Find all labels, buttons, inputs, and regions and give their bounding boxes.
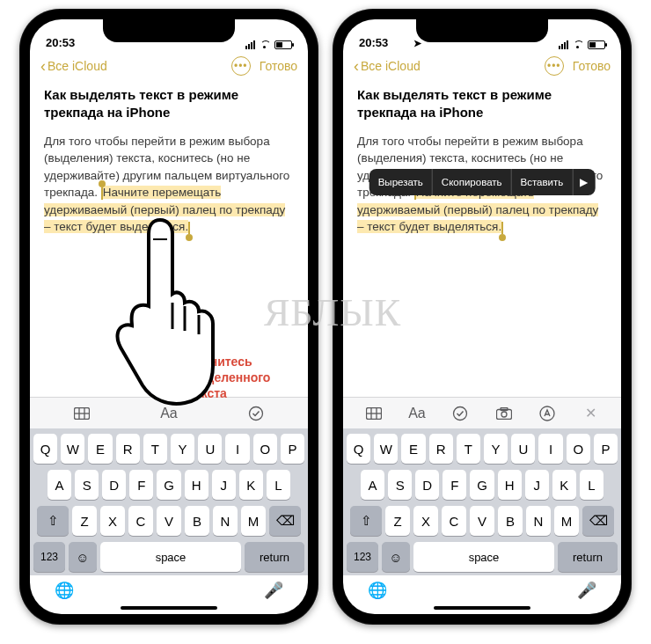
checklist-icon[interactable]	[447, 406, 473, 421]
numbers-key[interactable]: 123	[33, 542, 65, 572]
key-r[interactable]: R	[116, 434, 140, 464]
key-h[interactable]: H	[185, 470, 208, 500]
key-o[interactable]: O	[253, 434, 277, 464]
key-g[interactable]: G	[157, 470, 180, 500]
return-key[interactable]: return	[245, 542, 304, 572]
key-v[interactable]: V	[470, 506, 494, 536]
space-key[interactable]: space	[100, 542, 241, 572]
key-m[interactable]: M	[554, 506, 579, 536]
key-e[interactable]: E	[401, 434, 425, 464]
checklist-icon[interactable]	[243, 406, 269, 421]
wifi-icon	[259, 40, 271, 49]
home-indicator[interactable]	[434, 606, 530, 610]
key-p[interactable]: P	[281, 434, 304, 464]
key-k[interactable]: K	[552, 470, 576, 500]
key-d[interactable]: D	[415, 470, 439, 500]
emoji-key[interactable]: ☺	[382, 542, 410, 572]
key-b[interactable]: B	[498, 506, 523, 536]
markup-icon[interactable]	[534, 406, 560, 421]
wifi-icon	[572, 40, 584, 49]
key-z[interactable]: Z	[72, 506, 97, 536]
close-keyboard-button[interactable]: ✕	[577, 405, 603, 421]
back-button[interactable]: ‹ Все iCloud	[40, 58, 107, 74]
key-w[interactable]: W	[374, 434, 398, 464]
table-icon[interactable]	[361, 407, 387, 420]
chevron-left-icon: ‹	[40, 58, 46, 74]
key-x[interactable]: X	[413, 506, 438, 536]
key-a[interactable]: A	[361, 470, 384, 500]
key-l[interactable]: L	[267, 470, 290, 500]
nav-bar: ‹ Все iCloud ••• Готово	[343, 51, 621, 81]
key-n[interactable]: N	[526, 506, 551, 536]
text-format-button[interactable]: Aa	[404, 406, 430, 421]
space-key[interactable]: space	[413, 542, 554, 572]
key-x[interactable]: X	[100, 506, 125, 536]
key-⌫[interactable]: ⌫	[269, 506, 301, 536]
more-button[interactable]: •••	[231, 56, 251, 76]
key-q[interactable]: Q	[347, 434, 370, 464]
key-t[interactable]: T	[143, 434, 167, 464]
key-d[interactable]: D	[102, 470, 126, 500]
key-y[interactable]: Y	[484, 434, 508, 464]
key-u[interactable]: U	[198, 434, 222, 464]
key-a[interactable]: A	[48, 470, 71, 500]
key-o[interactable]: O	[567, 434, 590, 464]
globe-icon[interactable]: 🌐	[55, 581, 74, 600]
done-button[interactable]: Готово	[260, 59, 297, 73]
paste-button[interactable]: Вставить	[512, 169, 574, 195]
key-⌫[interactable]: ⌫	[582, 506, 614, 536]
cut-button[interactable]: Вырезать	[369, 169, 433, 195]
return-key[interactable]: return	[558, 542, 618, 572]
back-button[interactable]: ‹ Все iCloud	[354, 58, 421, 74]
emoji-key[interactable]: ☺	[69, 542, 97, 572]
key-p[interactable]: P	[594, 434, 618, 464]
key-⇧[interactable]: ⇧	[350, 506, 382, 536]
done-button[interactable]: Готово	[573, 59, 611, 73]
menu-more-button[interactable]: ▶	[573, 169, 595, 195]
key-g[interactable]: G	[470, 470, 494, 500]
notch	[416, 19, 548, 42]
key-m[interactable]: M	[241, 506, 266, 536]
selection-handle-end[interactable]	[501, 222, 503, 234]
key-row-1: QWERTYUIOP	[33, 434, 304, 464]
key-j[interactable]: J	[212, 470, 236, 500]
key-f[interactable]: F	[443, 470, 466, 500]
key-i[interactable]: I	[225, 434, 249, 464]
status-indicators	[559, 40, 605, 49]
note-title: Как выделять текст в режиме трекпада на …	[44, 86, 294, 122]
camera-icon[interactable]	[491, 407, 517, 420]
keyboard: QWERTYUIOP ASDFGHJKL ⇧ZXCVBNM⌫ 123 ☺ spa…	[30, 428, 308, 575]
key-⇧[interactable]: ⇧	[37, 506, 69, 536]
key-w[interactable]: W	[61, 434, 84, 464]
key-u[interactable]: U	[511, 434, 535, 464]
key-q[interactable]: Q	[33, 434, 57, 464]
home-indicator[interactable]	[121, 606, 217, 610]
copy-button[interactable]: Скопировать	[433, 169, 512, 195]
key-v[interactable]: V	[157, 506, 181, 536]
key-j[interactable]: J	[525, 470, 549, 500]
key-c[interactable]: C	[128, 506, 153, 536]
key-c[interactable]: C	[442, 506, 466, 536]
selection-handle-start[interactable]	[101, 187, 103, 200]
key-e[interactable]: E	[88, 434, 112, 464]
table-icon[interactable]	[69, 407, 95, 420]
key-t[interactable]: T	[457, 434, 480, 464]
numbers-key[interactable]: 123	[347, 542, 378, 572]
key-i[interactable]: I	[538, 434, 562, 464]
key-r[interactable]: R	[429, 434, 453, 464]
key-n[interactable]: N	[213, 506, 238, 536]
note-body[interactable]: Как выделять текст в режиме трекпада на …	[343, 81, 621, 397]
globe-icon[interactable]: 🌐	[368, 581, 387, 600]
key-h[interactable]: H	[498, 470, 522, 500]
key-b[interactable]: B	[185, 506, 209, 536]
key-s[interactable]: S	[75, 470, 99, 500]
key-y[interactable]: Y	[171, 434, 194, 464]
mic-icon[interactable]: 🎤	[577, 581, 596, 600]
key-s[interactable]: S	[388, 470, 412, 500]
key-z[interactable]: Z	[385, 506, 410, 536]
more-button[interactable]: •••	[545, 56, 564, 76]
mic-icon[interactable]: 🎤	[264, 581, 283, 600]
key-k[interactable]: K	[239, 470, 263, 500]
key-f[interactable]: F	[129, 470, 153, 500]
key-l[interactable]: L	[580, 470, 603, 500]
